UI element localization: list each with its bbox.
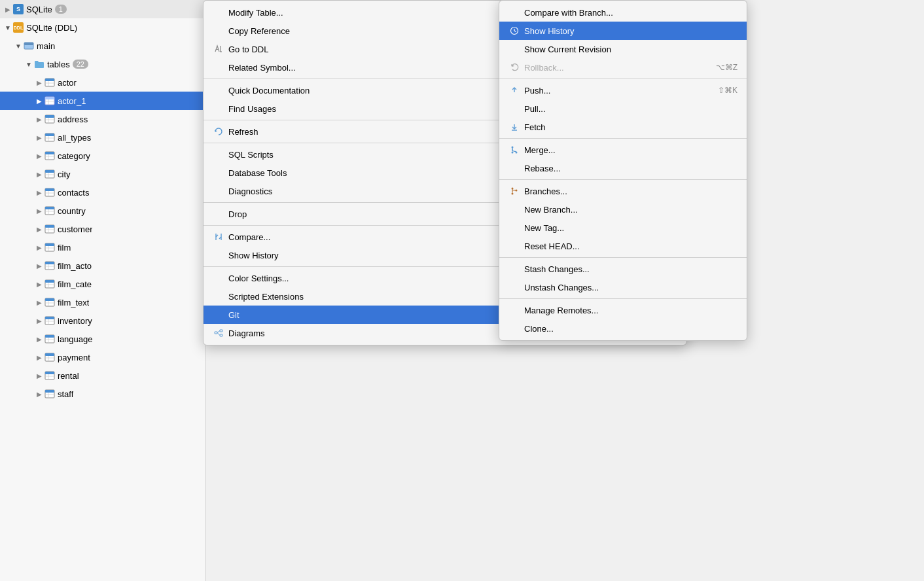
- menu2-label-stash-changes: Stash Changes...: [524, 264, 737, 274]
- push-icon: [508, 86, 520, 95]
- sidebar-label-filmtext: film_text: [58, 298, 89, 308]
- table-icon-actor1: [44, 96, 55, 106]
- svg-rect-77: [220, 330, 222, 332]
- menu2-item-compare-branch[interactable]: Compare with Branch...: [499, 3, 747, 22]
- sidebar-item-film-cate[interactable]: ▶ film_cate: [0, 275, 205, 293]
- menu2-item-branches[interactable]: Branches...: [499, 182, 747, 200]
- sidebar-item-all-types[interactable]: ▶ all_types: [0, 128, 205, 147]
- sidebar-label-language: language: [58, 334, 93, 344]
- expand-arrow-alltypes: ▶: [34, 132, 44, 143]
- table-icon-address: [44, 114, 55, 124]
- sidebar-item-sqlite-1[interactable]: ▶ S SQLite 1: [0, 0, 205, 18]
- sidebar-item-film-text[interactable]: ▶ film_text: [0, 293, 205, 311]
- expand-arrow-rental: ▶: [34, 370, 44, 381]
- table-icon-contacts: [44, 187, 55, 198]
- menu2-item-push[interactable]: Push... ⇧⌘K: [499, 81, 747, 99]
- svg-point-88: [512, 152, 514, 154]
- merge-icon: [508, 145, 520, 154]
- expand-arrow-country: ▶: [34, 205, 44, 216]
- svg-rect-47: [45, 280, 54, 283]
- go-to-ddl-icon: [213, 44, 224, 54]
- sidebar-item-actor[interactable]: ▶ actor: [0, 73, 205, 92]
- sidebar-item-film[interactable]: ▶ film: [0, 238, 205, 256]
- expand-arrow-customer: ▶: [34, 224, 44, 234]
- menu2-item-clone[interactable]: Clone...: [499, 319, 747, 338]
- menu2-shortcut-rollback: ⌥⌘Z: [716, 63, 737, 72]
- svg-rect-3: [45, 79, 54, 81]
- expand-arrow-filmcate: ▶: [34, 279, 44, 289]
- sidebar-item-payment[interactable]: ▶ payment: [0, 348, 205, 366]
- menu2-item-show-history[interactable]: Show History: [499, 22, 747, 40]
- menu2-item-show-current-revision[interactable]: Show Current Revision: [499, 40, 747, 58]
- menu2-item-merge[interactable]: Merge...: [499, 141, 747, 159]
- sidebar-item-address[interactable]: ▶ address: [0, 110, 205, 128]
- sidebar-item-sqlite-ddl[interactable]: ▼ DDL SQLite (DDL): [0, 18, 205, 37]
- menu2-item-new-branch[interactable]: New Branch...: [499, 200, 747, 219]
- table-icon-film: [44, 242, 55, 253]
- sidebar-item-actor1[interactable]: ▶ actor_1: [0, 92, 205, 110]
- sidebar-label-tables: tables: [47, 60, 70, 69]
- svg-rect-11: [45, 115, 54, 118]
- svg-rect-55: [45, 317, 54, 319]
- menu2-item-pull[interactable]: Pull...: [499, 99, 747, 118]
- sidebar-item-tables[interactable]: ▼ tables 22: [0, 55, 205, 73]
- clock-icon: [508, 26, 520, 35]
- sidebar-label-sqlite1: SQLite: [26, 5, 52, 14]
- svg-rect-1: [24, 43, 33, 45]
- menu2-label-show-current-revision: Show Current Revision: [524, 44, 737, 54]
- sidebar-item-film-acto[interactable]: ▶ film_acto: [0, 256, 205, 275]
- table-icon-payment: [44, 352, 55, 362]
- menu2-label-merge: Merge...: [524, 145, 737, 155]
- separator-git-4: [499, 257, 747, 258]
- table-icon-filmtext: [44, 297, 55, 308]
- svg-line-79: [217, 331, 220, 333]
- folder-icon: [34, 59, 44, 69]
- sidebar-label-customer: customer: [58, 224, 92, 234]
- sidebar-item-country[interactable]: ▶ country: [0, 202, 205, 220]
- menu2-item-stash-changes[interactable]: Stash Changes...: [499, 260, 747, 278]
- expand-arrow-filmacto: ▶: [34, 260, 44, 271]
- sidebar-item-city[interactable]: ▶ city: [0, 165, 205, 183]
- menu2-item-unstash-changes[interactable]: Unstash Changes...: [499, 278, 747, 296]
- svg-rect-23: [45, 170, 54, 173]
- menu2-item-new-tag[interactable]: New Tag...: [499, 219, 747, 237]
- sidebar-label-country: country: [58, 206, 86, 216]
- sidebar-item-staff[interactable]: ▶ staff: [0, 385, 205, 403]
- separator-git-2: [499, 138, 747, 139]
- menu2-label-unstash-changes: Unstash Changes...: [524, 283, 737, 292]
- sidebar-item-category[interactable]: ▶ category: [0, 147, 205, 165]
- svg-rect-67: [45, 372, 54, 374]
- menu2-item-fetch[interactable]: Fetch: [499, 118, 747, 136]
- sidebar-item-contacts[interactable]: ▶ contacts: [0, 183, 205, 202]
- menu2-label-fetch: Fetch: [524, 122, 737, 132]
- menu2-label-manage-remotes: Manage Remotes...: [524, 306, 737, 315]
- table-icon-actor: [44, 77, 55, 88]
- menu2-item-manage-remotes[interactable]: Manage Remotes...: [499, 301, 747, 319]
- expand-arrow-address: ▶: [34, 114, 44, 124]
- sidebar-item-main[interactable]: ▼ main: [0, 37, 205, 55]
- menu2-item-rebase[interactable]: Rebase...: [499, 159, 747, 177]
- table-icon-filmcate: [44, 279, 55, 289]
- expand-arrow-actor1: ▶: [34, 96, 44, 106]
- expand-arrow-contacts: ▶: [34, 187, 44, 198]
- menu2-shortcut-push: ⇧⌘K: [718, 86, 737, 95]
- schema-icon: [24, 41, 34, 51]
- svg-line-80: [217, 333, 220, 336]
- expand-arrow-actor: ▶: [34, 77, 44, 88]
- menu2-item-rollback[interactable]: Rollback... ⌥⌘Z: [499, 58, 747, 77]
- svg-point-91: [512, 188, 514, 190]
- menu2-label-new-tag: New Tag...: [524, 223, 737, 233]
- menu2-label-pull: Pull...: [524, 104, 737, 114]
- table-icon-city: [44, 169, 55, 179]
- menu2-label-rollback: Rollback...: [524, 63, 703, 73]
- sidebar-item-rental[interactable]: ▶ rental: [0, 366, 205, 385]
- svg-rect-78: [220, 334, 222, 336]
- sidebar-item-inventory[interactable]: ▶ inventory: [0, 311, 205, 330]
- expand-arrow-ddl: ▼: [3, 22, 13, 33]
- menu2-item-reset-head[interactable]: Reset HEAD...: [499, 237, 747, 255]
- sidebar-item-language[interactable]: ▶ language: [0, 330, 205, 348]
- sidebar-item-customer[interactable]: ▶ customer: [0, 220, 205, 238]
- sidebar-label-ddl: SQLite (DDL): [26, 23, 77, 33]
- table-icon-staff: [44, 389, 55, 399]
- tables-badge: 22: [73, 60, 88, 69]
